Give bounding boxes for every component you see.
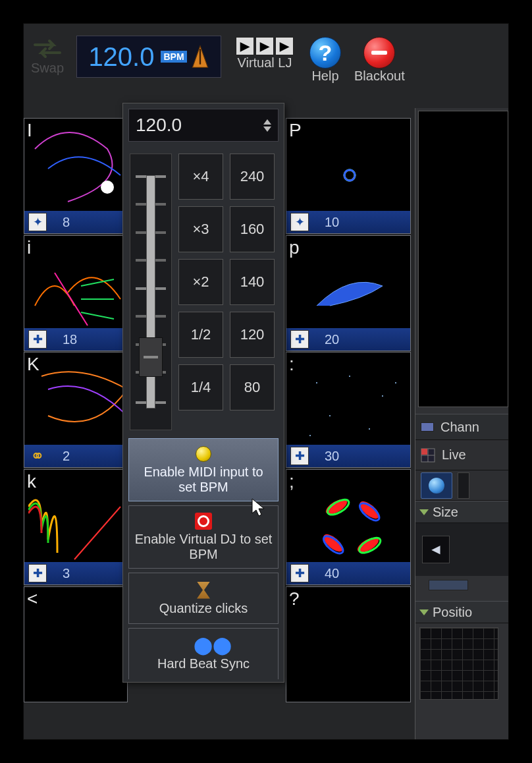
preset-button[interactable]: 80 [230,364,275,410]
slider-thumb[interactable] [139,337,163,377]
swap-button[interactable]: Swap [30,37,65,76]
cue-cell[interactable]: K ⚭2 [24,352,128,468]
mult-button[interactable]: ×3 [178,206,223,252]
bpm-numeric-value: 120.0 [136,115,182,136]
size-header[interactable]: Size [415,501,508,523]
bpm-step-down[interactable] [263,127,271,132]
size-slider-row [415,576,508,594]
channels-header[interactable]: Chann [415,414,508,440]
preset-column: 240 160 140 120 80 [230,154,275,430]
cue-key: i [27,237,31,258]
enable-midi-button[interactable]: Enable MIDI input to set BPM [128,438,279,501]
bpm-slider[interactable] [130,154,172,430]
cue-cell[interactable]: ? [286,586,411,702]
help-label: Help [311,69,338,84]
cue-value: 3 [63,566,70,581]
top-toolbar: Swap 120.0 BPM ▶ ▶ ▶ Virtual LJ ? Help B… [24,24,508,101]
globe-button[interactable] [421,472,452,499]
enable-vdj-button[interactable]: Enable Virtual DJ to set BPM [128,505,279,569]
bpm-numeric-input[interactable]: 120.0 [128,109,279,142]
cue-cell[interactable]: k ✚3 [24,469,128,585]
cue-icon: ⚭ [28,447,47,465]
cue-value: 20 [325,332,339,347]
quantize-label: Quantize clicks [159,601,248,616]
position-grid[interactable] [419,627,498,700]
svg-point-7 [316,382,317,383]
live-row[interactable]: Live [415,440,508,470]
cue-icon: ✦ [290,213,309,231]
cue-key: ; [289,471,294,492]
svg-point-6 [342,168,357,183]
cue-key: k [27,471,36,492]
thin-button[interactable] [458,472,469,499]
preset-button[interactable]: 240 [230,154,275,200]
cue-cell[interactable]: p ✚20 [286,235,411,351]
cue-cell[interactable]: < [24,586,128,702]
position-header[interactable]: Positio [415,601,508,623]
hard-beat-label: Hard Beat Sync [157,656,250,671]
bpm-step-up[interactable] [263,119,271,125]
blackout-icon [363,37,395,69]
mult-button[interactable]: ×2 [178,259,223,305]
quantize-button[interactable]: Quantize clicks [128,573,279,624]
cue-icon: ✚ [28,330,47,349]
preset-button[interactable]: 160 [230,206,275,252]
svg-point-12 [309,435,311,436]
cue-key: < [27,588,38,609]
cue-key: K [27,354,40,375]
hourglass-icon [197,582,210,599]
globe-icon [429,478,444,494]
cue-cell[interactable]: ; ✚40 [286,469,411,585]
cue-icon: ✚ [28,564,47,582]
svg-line-3 [74,507,120,559]
svg-rect-26 [421,449,427,455]
preset-button[interactable]: 140 [230,259,275,305]
cue-cell[interactable]: i ✚18 [24,235,128,351]
cue-value: 8 [63,215,70,230]
play-icon: ▶ [255,37,274,55]
cue-value: 18 [63,332,77,347]
cue-value: 30 [325,449,339,464]
grid-icon [421,448,435,463]
preset-button[interactable]: 120 [230,312,275,358]
mult-button[interactable]: ×4 [178,154,223,200]
blackout-button[interactable]: Blackout [354,37,405,84]
chevron-down-icon [419,609,429,615]
mult-button[interactable]: 1/2 [178,312,223,358]
mult-button[interactable]: 1/4 [178,364,223,410]
cue-value: 10 [325,215,339,230]
slot-icon [421,422,434,432]
size-body: ◄ [415,523,508,576]
workspace: I ✦8 i ✚18 K ⚭2 k ✚3 < [24,101,508,739]
bpm-popup: 120.0 [122,103,284,683]
size-stepper-prev[interactable]: ◄ [422,536,450,563]
enable-midi-label: Enable MIDI input to set BPM [134,465,273,495]
help-icon: ? [309,37,341,69]
size-label: Size [433,505,458,520]
cue-cell[interactable]: P ✦10 [286,118,411,234]
cue-cell[interactable]: : ✚30 [286,352,411,468]
cue-icon: ✚ [290,447,309,465]
midi-icon [196,446,211,462]
svg-point-10 [329,415,331,416]
bpm-display[interactable]: 120.0 BPM [76,36,221,78]
play-icon: ▶ [275,37,294,55]
cue-key: : [289,354,294,375]
cue-key: I [27,120,32,141]
svg-point-9 [382,395,383,397]
virtual-lj-label: Virtual LJ [237,55,292,71]
svg-point-8 [349,376,350,377]
help-button[interactable]: ? Help [309,37,341,84]
bpm-tag: BPM [161,51,186,63]
multiplier-column: ×4 ×3 ×2 1/2 1/4 [178,154,223,430]
virtual-lj-button[interactable]: ▶ ▶ ▶ Virtual LJ [236,37,294,71]
hard-beat-button[interactable]: ⬤⬤ Hard Beat Sync [128,628,279,679]
cue-value: 40 [325,566,339,581]
play-icon: ▶ [236,37,254,55]
cue-key: ? [289,588,300,609]
chevron-down-icon [419,509,429,515]
svg-point-13 [395,382,396,383]
size-slider[interactable] [429,580,468,590]
channels-label: Chann [440,420,479,435]
cue-cell[interactable]: I ✦8 [24,118,128,234]
